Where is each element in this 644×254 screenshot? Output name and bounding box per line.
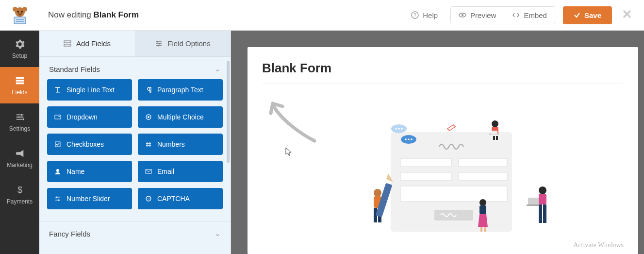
- editing-prefix: Now editing: [48, 10, 94, 19]
- field-numbers[interactable]: Numbers: [138, 134, 223, 155]
- drag-arrow-hint: [266, 100, 319, 143]
- svg-point-38: [398, 128, 400, 130]
- app-logo: [0, 0, 39, 31]
- hash-icon: [145, 140, 152, 148]
- svg-point-41: [405, 138, 407, 140]
- code-icon: [512, 11, 520, 19]
- nav-settings[interactable]: Settings: [0, 103, 39, 140]
- svg-rect-13: [16, 77, 24, 79]
- svg-text:?: ?: [413, 13, 416, 18]
- tab-label: Field Options: [167, 39, 210, 48]
- save-button[interactable]: Save: [563, 6, 612, 24]
- user-icon: [54, 168, 62, 175]
- svg-text:$: $: [17, 185, 22, 195]
- svg-point-17: [18, 116, 20, 118]
- svg-rect-45: [459, 159, 507, 167]
- nav-setup[interactable]: Setup: [0, 31, 39, 67]
- svg-rect-55: [496, 136, 498, 140]
- form-icon: [15, 75, 25, 86]
- embed-label: Embed: [524, 11, 547, 19]
- captcha-icon: ?: [145, 195, 152, 203]
- tab-field-options[interactable]: Field Options: [135, 31, 231, 56]
- field-label: Checkboxes: [66, 140, 104, 148]
- fields-panel: Add Fields Field Options Standard Fields…: [39, 31, 231, 254]
- field-multiple-choice[interactable]: Multiple Choice: [138, 106, 223, 128]
- dollar-icon: $: [15, 185, 25, 195]
- top-actions: ? Help Preview Embed Save: [402, 6, 644, 24]
- svg-rect-15: [16, 82, 24, 84]
- field-label: Multiple Choice: [157, 113, 204, 121]
- nav-payments[interactable]: $ Payments: [0, 176, 39, 213]
- wpforms-mascot-icon: [10, 5, 30, 25]
- field-email[interactable]: Email: [138, 161, 223, 182]
- field-dropdown[interactable]: Dropdown: [47, 106, 132, 128]
- save-label: Save: [584, 11, 601, 19]
- slider-icon: [54, 195, 62, 203]
- add-fields-icon: [64, 40, 71, 47]
- close-button[interactable]: [616, 9, 638, 21]
- svg-rect-21: [64, 44, 71, 46]
- svg-point-37: [395, 128, 397, 130]
- svg-rect-49: [434, 210, 473, 220]
- panel-body: Standard Fields ⌄ Single Line Text Parag…: [39, 57, 231, 254]
- nav-fields[interactable]: Fields: [0, 67, 39, 103]
- bullhorn-icon: [15, 148, 25, 159]
- svg-rect-68: [539, 194, 546, 204]
- preview-label: Preview: [470, 11, 496, 19]
- field-captcha[interactable]: ? CAPTCHA: [138, 188, 223, 209]
- nav-label: Payments: [7, 198, 33, 205]
- svg-point-31: [56, 197, 58, 198]
- svg-point-1: [13, 7, 17, 12]
- empty-form-illustration: [354, 120, 563, 246]
- svg-rect-44: [400, 159, 451, 167]
- form-card[interactable]: Blank Form: [248, 47, 638, 254]
- preview-embed-group: Preview Embed: [450, 6, 555, 24]
- scrollbar-thumb[interactable]: [227, 61, 230, 163]
- nav-marketing[interactable]: Marketing: [0, 140, 39, 176]
- help-label: Help: [423, 11, 438, 19]
- svg-point-4: [21, 11, 23, 13]
- embed-button[interactable]: Embed: [504, 7, 555, 24]
- svg-rect-63: [479, 205, 486, 214]
- form-canvas-wrap: Blank Form: [231, 31, 644, 254]
- cursor-pointer-icon: [285, 147, 293, 157]
- svg-text:?: ?: [148, 197, 150, 201]
- svg-point-39: [401, 128, 403, 130]
- paragraph-icon: [145, 86, 152, 94]
- form-name[interactable]: Blank Form: [94, 10, 139, 19]
- section-fancy-fields[interactable]: Fancy Fields ⌄: [39, 221, 231, 244]
- svg-rect-20: [64, 41, 71, 43]
- svg-point-16: [20, 114, 22, 116]
- svg-point-50: [492, 120, 498, 127]
- vertical-nav: Setup Fields Settings Marketing $ Paymen…: [0, 31, 39, 254]
- close-icon: [623, 10, 631, 18]
- svg-rect-14: [16, 80, 24, 82]
- field-single-line-text[interactable]: Single Line Text: [47, 79, 132, 101]
- preview-button[interactable]: Preview: [451, 7, 504, 24]
- tab-add-fields[interactable]: Add Fields: [39, 31, 135, 56]
- nav-label: Settings: [9, 125, 30, 132]
- field-name[interactable]: Name: [47, 161, 132, 182]
- help-button[interactable]: ? Help: [402, 11, 446, 19]
- svg-point-27: [148, 116, 149, 118]
- field-paragraph-text[interactable]: Paragraph Text: [138, 79, 223, 101]
- svg-rect-72: [543, 204, 546, 223]
- section-title: Standard Fields: [49, 65, 100, 73]
- field-label: Number Slider: [66, 195, 110, 203]
- svg-rect-48: [400, 186, 507, 202]
- field-options-icon: [155, 40, 163, 47]
- svg-point-18: [22, 118, 24, 120]
- eye-icon: [459, 11, 466, 19]
- main-area: Setup Fields Settings Marketing $ Paymen…: [0, 31, 644, 254]
- check-icon: [574, 12, 580, 18]
- form-title[interactable]: Blank Form: [262, 61, 624, 84]
- section-standard-fields[interactable]: Standard Fields ⌄: [39, 57, 231, 79]
- svg-rect-46: [400, 172, 451, 180]
- field-checkboxes[interactable]: Checkboxes: [47, 134, 132, 155]
- standard-fields-grid: Single Line Text Paragraph Text Dropdown…: [39, 79, 231, 211]
- field-number-slider[interactable]: Number Slider: [47, 188, 132, 209]
- dropdown-icon: [54, 113, 62, 121]
- help-icon: ?: [411, 11, 419, 19]
- nav-label: Setup: [12, 52, 27, 59]
- svg-point-5: [18, 13, 22, 16]
